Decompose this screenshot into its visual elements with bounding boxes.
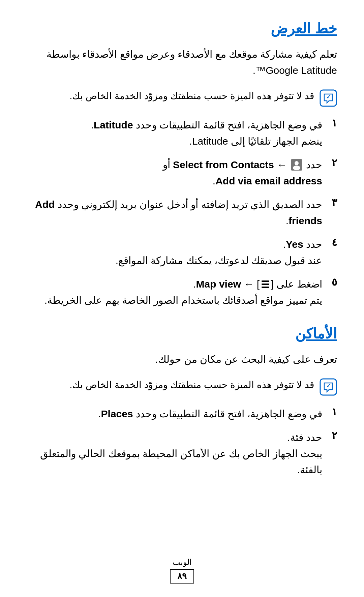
step-number-2: ٢	[327, 157, 337, 169]
section-title-latitude: خط العرض	[27, 20, 337, 37]
places-step-content-2: حدد فئة. يبحث الجهاز الخاص بك عن الأماكن…	[27, 429, 322, 478]
svg-point-4	[293, 166, 300, 170]
step-5-sub: يتم تمييز مواقع أصدقائك باستخدام الصور ا…	[44, 295, 322, 306]
step-4-latitude: ٤ حدد Yes. عند قبول صديقك لدعوتك، يمكنك …	[27, 236, 337, 269]
section-places: الأماكن تعرف على كيفية البحث عن مكان من …	[27, 325, 337, 478]
step-1-dot: .	[91, 119, 94, 130]
step-1-bold: Latitude	[94, 119, 133, 130]
step-2-select-contacts: Select from Contacts	[173, 159, 274, 170]
step-number-1: ١	[327, 117, 337, 129]
footer-label: الويب	[0, 558, 364, 567]
step-number-3: ٣	[327, 197, 337, 208]
step-4-dot: .	[283, 239, 286, 250]
places-step-1-bold: Places	[101, 408, 133, 419]
footer: الويب ٨٩	[0, 558, 364, 584]
step-3-dot: .	[286, 215, 289, 226]
section-intro-places: تعرف على كيفية البحث عن مكان من حولك.	[27, 351, 337, 367]
places-step-content-1: في وضع الجاهزية، افتح قائمة التطبيقات وح…	[27, 406, 322, 422]
step-2-latitude: ٢ حدد ← Select from Contacts أو Add via …	[27, 157, 337, 189]
places-step-2-sub: يبحث الجهاز الخاص بك عن الأماكن المحيطة …	[40, 448, 322, 475]
step-2-places: ٢ حدد فئة. يبحث الجهاز الخاص بك عن الأما…	[27, 429, 337, 478]
menu-icon-step5: ☰	[261, 277, 269, 293]
step-content-1: في وضع الجاهزية، افتح قائمة التطبيقات وح…	[27, 117, 322, 149]
person-icon	[291, 159, 302, 171]
note-icon-2: ✓	[320, 378, 337, 396]
steps-list-latitude: ١ في وضع الجاهزية، افتح قائمة التطبيقات …	[27, 117, 337, 308]
svg-text:✓: ✓	[326, 383, 331, 389]
places-step-number-1: ١	[327, 406, 337, 418]
section-title-places: الأماكن	[27, 325, 337, 342]
step-number-5: ٥	[327, 276, 337, 288]
step-1-sub: ينضم الجهاز تلقائيًا إلى Latitude.	[189, 136, 322, 147]
intro-text-latitude: تعلم كيفية مشاركة موقعك مع الأصدقاء وعرض…	[47, 49, 337, 76]
footer-page-number: ٨٩	[170, 569, 194, 584]
step-5-bold: Map view	[196, 278, 241, 290]
intro-text-places: تعرف على كيفية البحث عن مكان من حولك.	[155, 354, 337, 365]
step-3-latitude: ٣ حدد الصديق الذي تريد إضافته أو أدخل عن…	[27, 197, 337, 229]
places-step-1-text: في وضع الجاهزية، افتح قائمة التطبيقات وح…	[133, 408, 322, 419]
note-box-2: ✓ قد لا تتوفر هذه الميزة حسب منطقتك ومزو…	[27, 378, 337, 396]
step-content-5: اضغط على [☰] ← Map view. يتم تمييز مواقع…	[27, 276, 322, 308]
step-2-arrow: ←	[274, 159, 287, 170]
svg-text:✓: ✓	[326, 94, 331, 100]
step-4-sub: عند قبول صديقك لدعوتك، يمكنك مشاركة المو…	[116, 255, 322, 266]
page-container: خط العرض تعلم كيفية مشاركة موقعك مع الأص…	[0, 0, 364, 597]
step-content-4: حدد Yes. عند قبول صديقك لدعوتك، يمكنك مش…	[27, 236, 322, 269]
step-4-text-pre: حدد	[303, 239, 322, 250]
step-5-dot: .	[193, 278, 196, 290]
step-5-text-mid: ] ←	[241, 278, 260, 290]
step-1-text-prefix: في وضع الجاهزية، افتح قائمة التطبيقات وح…	[133, 119, 322, 130]
note-text-1: قد لا تتوفر هذه الميزة حسب منطقتك ومزوّد…	[27, 89, 314, 104]
step-5-text-pre: اضغط على [	[271, 278, 322, 290]
steps-list-places: ١ في وضع الجاهزية، افتح قائمة التطبيقات …	[27, 406, 337, 478]
svg-point-3	[295, 161, 299, 165]
note-box-1: ✓ قد لا تتوفر هذه الميزة حسب منطقتك ومزو…	[27, 89, 337, 107]
step-2-add-email: Add via email address	[215, 175, 322, 186]
step-number-4: ٤	[327, 236, 337, 248]
places-step-number-2: ٢	[327, 429, 337, 441]
section-intro-latitude: تعلم كيفية مشاركة موقعك مع الأصدقاء وعرض…	[27, 46, 337, 79]
note-icon-1: ✓	[320, 89, 337, 107]
step-1-latitude: ١ في وضع الجاهزية، افتح قائمة التطبيقات …	[27, 117, 337, 149]
step-3-text: حدد الصديق الذي تريد إضافته أو أدخل عنوا…	[55, 199, 322, 210]
note-text-2: قد لا تتوفر هذه الميزة حسب منطقتك ومزوّد…	[27, 378, 314, 393]
places-step-2-text: حدد فئة.	[287, 432, 322, 443]
step-4-bold: Yes	[286, 239, 303, 250]
step-2-dot: .	[213, 175, 215, 186]
step-2-or: أو	[163, 159, 170, 170]
step-5-latitude: ٥ اضغط على [☰] ← Map view. يتم تمييز موا…	[27, 276, 337, 308]
section-latitude: خط العرض تعلم كيفية مشاركة موقعك مع الأص…	[27, 20, 337, 308]
places-step-1-dot: .	[98, 408, 101, 419]
step-2-text-pre: حدد	[303, 159, 322, 170]
step-content-2: حدد ← Select from Contacts أو Add via em…	[27, 157, 322, 189]
step-1-places: ١ في وضع الجاهزية، افتح قائمة التطبيقات …	[27, 406, 337, 422]
step-content-3: حدد الصديق الذي تريد إضافته أو أدخل عنوا…	[27, 197, 322, 229]
